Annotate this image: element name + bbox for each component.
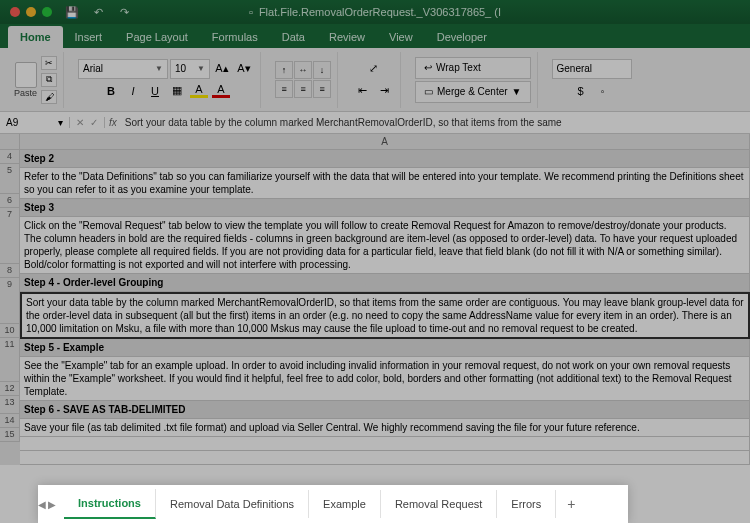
minimize-window-button[interactable] (26, 7, 36, 17)
ribbon-tab-formulas[interactable]: Formulas (200, 26, 270, 48)
merge-center-button[interactable]: ▭Merge & Center▼ (415, 81, 531, 103)
align-left-button[interactable]: ≡ (275, 80, 293, 98)
cell-step6-header[interactable]: Step 6 - SAVE AS TAB-DELIMITED (20, 401, 750, 419)
sheet-tab-removal-request[interactable]: Removal Request (381, 490, 497, 518)
row-header[interactable]: 5 (0, 164, 20, 194)
cancel-formula-icon[interactable]: ✕ (76, 117, 84, 128)
increase-indent-button[interactable]: ⇥ (374, 81, 394, 101)
formula-bar: A9▾ ✕ ✓ fx Sort your data table by the c… (0, 112, 750, 134)
bold-button[interactable]: B (101, 81, 121, 101)
ribbon-tab-insert[interactable]: Insert (63, 26, 115, 48)
row-header[interactable]: 15 (0, 428, 20, 442)
row-header[interactable]: 12 (0, 382, 20, 396)
document-icon: ▫ (249, 6, 253, 18)
align-top-button[interactable]: ↑ (275, 61, 293, 79)
redo-icon[interactable]: ↷ (116, 4, 132, 20)
name-box[interactable]: A9▾ (0, 117, 70, 128)
row-header[interactable]: 11 (0, 338, 20, 382)
format-painter-button[interactable]: 🖌 (41, 90, 57, 104)
fill-color-button[interactable]: A (189, 81, 209, 101)
sheet-tab-removal-data-definitions[interactable]: Removal Data Definitions (156, 490, 309, 518)
align-middle-button[interactable]: ↔ (294, 61, 312, 79)
cell-step2-body[interactable]: Refer to the "Data Definitions" tab so y… (20, 168, 750, 199)
tab-nav-next-icon[interactable]: ▶ (48, 499, 56, 510)
add-sheet-button[interactable]: + (556, 496, 586, 512)
cell-step3-header[interactable]: Step 3 (20, 199, 750, 217)
align-center-button[interactable]: ≡ (294, 80, 312, 98)
copy-button[interactable]: ⧉ (41, 73, 57, 87)
ribbon-tab-developer[interactable]: Developer (425, 26, 499, 48)
row-header[interactable]: 9 (0, 278, 20, 324)
cell-step6-body[interactable]: Save your file (as tab delimited .txt fi… (20, 419, 750, 437)
sheet-tab-instructions[interactable]: Instructions (64, 489, 156, 519)
cell-step4-body[interactable]: Sort your data table by the column marke… (20, 292, 750, 339)
row-header[interactable]: 7 (0, 208, 20, 264)
ribbon-tab-review[interactable]: Review (317, 26, 377, 48)
increase-font-button[interactable]: A▴ (212, 59, 232, 79)
merge-icon: ▭ (424, 86, 433, 97)
ribbon-tab-home[interactable]: Home (8, 26, 63, 48)
accept-formula-icon[interactable]: ✓ (90, 117, 98, 128)
empty-cell[interactable] (20, 437, 750, 451)
formula-input[interactable]: Sort your data table by the column marke… (121, 117, 750, 128)
window-controls (10, 7, 52, 17)
worksheet-area: A 4 5 6 7 8 9 10 11 12 13 14 15 Step 2 R… (0, 134, 750, 494)
row-header[interactable]: 10 (0, 324, 20, 338)
row-header[interactable]: 6 (0, 194, 20, 208)
ribbon-tab-view[interactable]: View (377, 26, 425, 48)
save-icon[interactable]: 💾 (64, 4, 80, 20)
font-color-button[interactable]: A (211, 81, 231, 101)
decrease-font-button[interactable]: A▾ (234, 59, 254, 79)
cell-step5-header[interactable]: Step 5 - Example (20, 339, 750, 357)
cell-step5-body[interactable]: See the "Example" tab for an example upl… (20, 357, 750, 401)
clipboard-icon (15, 62, 37, 88)
ribbon-tab-page-layout[interactable]: Page Layout (114, 26, 200, 48)
percent-button[interactable]: ◦ (593, 81, 613, 101)
underline-button[interactable]: U (145, 81, 165, 101)
wrap-icon: ↩ (424, 62, 432, 73)
document-title: Flat.File.RemovalOrderRequest._V30631786… (259, 6, 501, 18)
cell-step2-header[interactable]: Step 2 (20, 150, 750, 168)
row-header[interactable]: 8 (0, 264, 20, 278)
close-window-button[interactable] (10, 7, 20, 17)
maximize-window-button[interactable] (42, 7, 52, 17)
paste-button[interactable]: Paste (14, 62, 37, 98)
wrap-text-button[interactable]: ↩Wrap Text (415, 57, 531, 79)
currency-button[interactable]: $ (571, 81, 591, 101)
ribbon-tab-data[interactable]: Data (270, 26, 317, 48)
decrease-indent-button[interactable]: ⇤ (352, 81, 372, 101)
chevron-down-icon: ▼ (155, 64, 163, 73)
align-bottom-button[interactable]: ↓ (313, 61, 331, 79)
chevron-down-icon: ▾ (58, 117, 63, 128)
cell-step4-header[interactable]: Step 4 - Order-level Grouping (20, 274, 750, 292)
ribbon: Paste ✂ ⧉ 🖌 Arial▼ 10▼ A▴ A▾ B I U ▦ A A… (0, 48, 750, 112)
ribbon-tabstrip: Home Insert Page Layout Formulas Data Re… (0, 24, 750, 48)
number-format-select[interactable]: General (552, 59, 632, 79)
row-header[interactable]: 14 (0, 414, 20, 428)
sheet-tabs-highlight: ◀ ▶ Instructions Removal Data Definition… (38, 485, 628, 523)
cut-button[interactable]: ✂ (41, 56, 57, 70)
chevron-down-icon: ▼ (512, 86, 522, 97)
row-header[interactable]: 4 (0, 150, 20, 164)
column-header-a[interactable]: A (20, 134, 750, 149)
select-all-corner[interactable] (0, 134, 20, 149)
fx-label[interactable]: fx (105, 117, 121, 128)
row-header[interactable]: 13 (0, 396, 20, 414)
empty-cell[interactable] (20, 451, 750, 465)
italic-button[interactable]: I (123, 81, 143, 101)
font-name-select[interactable]: Arial▼ (78, 59, 168, 79)
tab-nav-prev-icon[interactable]: ◀ (38, 499, 46, 510)
sheet-tab-errors[interactable]: Errors (497, 490, 556, 518)
row-headers: 4 5 6 7 8 9 10 11 12 13 14 15 (0, 150, 20, 465)
window-titlebar: 💾 ↶ ↷ ▫ Flat.File.RemovalOrderRequest._V… (0, 0, 750, 24)
undo-icon[interactable]: ↶ (90, 4, 106, 20)
align-right-button[interactable]: ≡ (313, 80, 331, 98)
cell-step3-body[interactable]: Click on the "Removal Request" tab below… (20, 217, 750, 274)
orientation-button[interactable]: ⤢ (363, 59, 383, 79)
font-size-select[interactable]: 10▼ (170, 59, 210, 79)
sheet-tab-example[interactable]: Example (309, 490, 381, 518)
border-button[interactable]: ▦ (167, 81, 187, 101)
chevron-down-icon: ▼ (197, 64, 205, 73)
alignment-group: ↑ ↔ ↓ ≡ ≡ ≡ (275, 61, 331, 98)
